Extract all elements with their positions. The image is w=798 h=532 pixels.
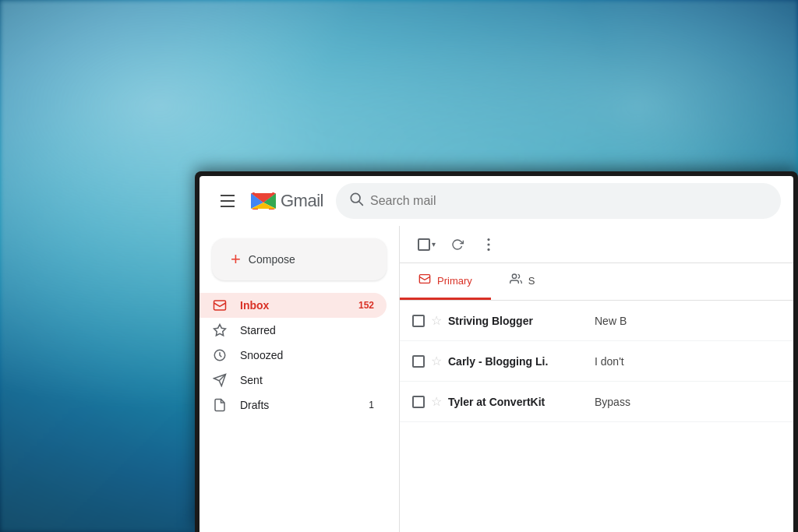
email-row[interactable]: ☆ Striving Blogger New B [400,301,793,341]
email-checkbox-2[interactable] [412,355,425,368]
svg-point-14 [487,248,489,250]
compose-button[interactable]: + Compose [212,238,387,280]
sent-label: Sent [240,374,362,386]
email-checkbox-1[interactable] [412,315,425,327]
more-options-icon [487,238,490,251]
drafts-icon [212,397,228,413]
sidebar-item-snoozed[interactable]: Snoozed [200,343,387,368]
email-row[interactable]: ☆ Carly - Blogging Li. I don't [400,341,793,382]
hamburger-button[interactable] [212,185,243,217]
primary-tab-label: Primary [437,275,472,287]
email-sender-3: Tyler at ConvertKit [448,396,588,408]
people-icon [510,273,522,285]
more-options-button[interactable] [475,231,503,259]
tab-primary[interactable]: Primary [400,263,491,300]
inbox-badge: 152 [358,300,374,311]
search-input[interactable] [370,194,768,208]
svg-rect-7 [214,301,226,310]
svg-point-16 [512,274,516,278]
primary-tab-icon [418,273,431,288]
gmail-sidebar: + Compose Inbox 152 [200,226,399,532]
hamburger-line-1 [221,195,235,196]
gmail-app: Gmail + [200,176,793,532]
email-list: ☆ Striving Blogger New B ☆ Carly - Blogg… [400,301,793,532]
email-subject-3: Bypass [595,396,781,408]
gmail-wordmark: Gmail [281,191,323,211]
sidebar-item-drafts[interactable]: Drafts 1 [200,393,387,417]
refresh-button[interactable] [443,231,471,259]
email-row[interactable]: ☆ Tyler at ConvertKit Bypass [400,382,793,422]
inbox-label: Inbox [240,299,346,312]
sidebar-item-starred[interactable]: Starred [200,318,387,343]
chevron-down-icon: ▾ [432,240,436,248]
snoozed-label: Snoozed [240,349,362,361]
gmail-main: ▾ [399,226,793,532]
refresh-icon [451,238,464,251]
email-subject-2: I don't [595,355,781,368]
star-icon [212,322,228,338]
svg-point-13 [487,243,489,245]
search-icon [348,191,364,210]
search-bar[interactable] [336,183,781,219]
email-subject-1: New B [595,315,781,327]
email-star-2[interactable]: ☆ [431,354,442,368]
sent-icon [212,372,228,388]
svg-point-12 [487,238,489,241]
gmail-body: + Compose Inbox 152 [200,226,793,532]
select-all-button[interactable]: ▾ [412,231,440,259]
laptop-frame: Gmail + [195,171,798,532]
gmail-logo: Gmail [249,187,323,215]
gmail-m-icon [249,187,277,215]
email-star-3[interactable]: ☆ [431,394,442,409]
snoozed-icon [212,347,228,363]
starred-label: Starred [240,324,362,336]
svg-marker-8 [214,325,226,336]
social-tab-label: S [528,275,535,287]
email-sender-1: Striving Blogger [448,315,588,327]
drafts-label: Drafts [240,399,356,411]
gmail-header: Gmail [200,176,793,226]
compose-label: Compose [249,253,295,266]
hamburger-line-2 [221,200,235,202]
sidebar-item-inbox[interactable]: Inbox 152 [200,293,387,318]
tab-social[interactable]: S [491,263,554,300]
laptop-screen: Gmail + [200,176,793,532]
email-toolbar: ▾ [400,226,793,263]
compose-plus-icon: + [231,251,241,268]
svg-rect-15 [419,275,429,284]
email-checkbox-3[interactable] [412,396,425,408]
sidebar-item-sent[interactable]: Sent [200,368,387,393]
email-tabs: Primary S [400,263,793,301]
social-tab-icon [510,273,522,288]
drafts-badge: 1 [369,400,374,410]
email-sender-2: Carly - Blogging Li. [448,355,588,368]
inbox-icon [212,298,228,313]
email-star-1[interactable]: ☆ [431,313,442,328]
inbox-tab-icon [418,273,431,285]
select-checkbox-icon [418,238,430,251]
hamburger-line-3 [221,206,235,207]
svg-line-6 [359,202,363,206]
